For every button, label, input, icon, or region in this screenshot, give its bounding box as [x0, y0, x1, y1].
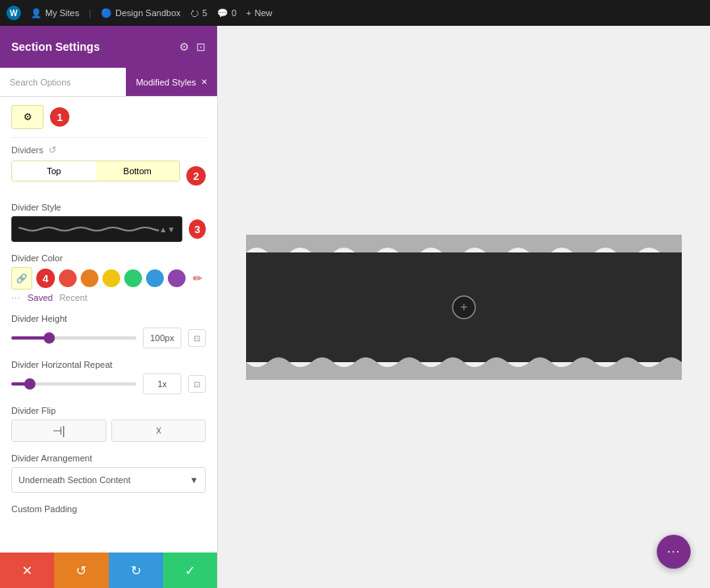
- custom-padding-section: Custom Padding: [11, 504, 206, 514]
- person-icon: 👤: [31, 8, 42, 19]
- divider-style-select[interactable]: ▲▼: [11, 216, 182, 242]
- divider-height-slider-row: 100px ⊡: [11, 327, 206, 348]
- divider-arrangement-select[interactable]: Underneath Section Content ▼: [11, 467, 206, 493]
- canvas-area: + ···: [218, 26, 710, 588]
- color-swatch-orange[interactable]: [81, 269, 98, 287]
- reset-button[interactable]: ↺: [54, 553, 108, 588]
- cancel-icon: ✕: [22, 563, 32, 578]
- custom-padding-label: Custom Padding: [11, 504, 206, 514]
- sep1: |: [89, 8, 91, 18]
- tab-bottom[interactable]: Bottom: [96, 161, 180, 181]
- my-sites-item[interactable]: 👤 My Sites: [31, 8, 79, 19]
- badge-4: 4: [36, 269, 54, 288]
- redo-button[interactable]: ↻: [109, 553, 163, 588]
- my-sites-label: My Sites: [45, 8, 79, 18]
- divider-style-section: Divider Style ▲▼ 3: [11, 202, 206, 242]
- cancel-button[interactable]: ✕: [0, 553, 54, 588]
- divider-horizontal-repeat-value[interactable]: 1x: [143, 373, 182, 394]
- divider-height-unit[interactable]: ⊡: [188, 329, 206, 347]
- flip-vertical-btn[interactable]: ☓: [111, 419, 207, 442]
- redo-icon: ↻: [131, 563, 141, 578]
- expand-icon[interactable]: ⊡: [196, 40, 206, 53]
- dividers-section: Dividers ↺ Top Bottom 2: [11, 144, 206, 191]
- divider-horizontal-repeat-slider-row: 1x ⊡: [11, 373, 206, 394]
- close-modified-icon[interactable]: ✕: [201, 77, 207, 86]
- divider-horizontal-repeat-track[interactable]: [11, 382, 136, 386]
- divider-flip-section: Divider Flip ⊣| ☓: [11, 406, 206, 442]
- color-swatch-purple[interactable]: [168, 269, 186, 287]
- divider-horizontal-repeat-label: Divider Horizontal Repeat: [11, 360, 206, 369]
- fab-icon: ···: [667, 544, 680, 559]
- save-button[interactable]: ✓: [163, 553, 217, 588]
- divider-style-label: Divider Style: [11, 202, 206, 212]
- flip-row: ⊣| ☓: [11, 419, 206, 442]
- divider-height-track[interactable]: [11, 336, 136, 340]
- divider-arrangement-label: Divider Arrangement: [11, 453, 206, 463]
- divider-height-label: Divider Height: [11, 314, 206, 323]
- select-arrow-icon: ▲▼: [159, 225, 175, 234]
- link-icon: 🔗: [16, 273, 27, 284]
- svg-text:+: +: [460, 300, 467, 314]
- reset-icon: ↺: [76, 563, 86, 578]
- recent-link[interactable]: Recent: [59, 293, 87, 302]
- saved-link[interactable]: Saved: [27, 293, 52, 302]
- new-label: New: [254, 8, 272, 18]
- divider-height-thumb[interactable]: [44, 332, 55, 344]
- sidebar: Section Settings ⚙ ⊡ Search Options Modi…: [0, 26, 218, 588]
- divider-flip-label: Divider Flip: [11, 406, 206, 415]
- color-swatch-yellow[interactable]: [102, 269, 120, 287]
- site-icon: 🔵: [101, 8, 112, 19]
- divider-height-value[interactable]: 100px: [143, 327, 182, 348]
- new-icon: +: [246, 8, 251, 18]
- comments-item[interactable]: 💬 0: [217, 8, 236, 19]
- sidebar-title: Section Settings: [11, 40, 100, 53]
- fab-button[interactable]: ···: [657, 535, 691, 569]
- settings-icon-box[interactable]: ⚙: [11, 105, 44, 129]
- save-icon: ✓: [185, 563, 195, 578]
- color-swatch-green[interactable]: [124, 269, 142, 287]
- color-swatch-red[interactable]: [59, 269, 77, 287]
- wp-logo: W: [6, 6, 21, 20]
- settings-icon[interactable]: ⚙: [179, 40, 190, 53]
- flip-horizontal-btn[interactable]: ⊣|: [11, 419, 106, 442]
- divider-line-1: [11, 137, 206, 138]
- divider-horizontal-repeat-thumb[interactable]: [24, 378, 36, 390]
- search-options-label: Search Options: [0, 77, 126, 87]
- wavy-section: +: [246, 235, 682, 380]
- comments-icon: 💬: [217, 8, 228, 19]
- sidebar-content: ⚙ 1 Dividers ↺ Top Bottom 2: [0, 97, 217, 553]
- sidebar-search-bar: Search Options Modified Styles ✕: [0, 68, 217, 97]
- bottom-bar: ✕ ↺ ↻ ✓: [0, 553, 217, 588]
- dividers-label-row: Dividers ↺: [11, 144, 206, 156]
- tab-top[interactable]: Top: [12, 161, 96, 181]
- sidebar-header: Section Settings ⚙ ⊡: [0, 26, 217, 68]
- more-dots[interactable]: ···: [11, 293, 21, 302]
- new-item[interactable]: + New: [246, 8, 272, 18]
- gear-icon: ⚙: [23, 111, 32, 123]
- badge-1: 1: [50, 107, 69, 127]
- divider-arrangement-value: Underneath Section Content: [19, 475, 131, 485]
- dividers-reset-icon[interactable]: ↺: [48, 144, 56, 156]
- design-sandbox-item[interactable]: 🔵 Design Sandbox: [101, 8, 181, 19]
- modified-styles-tab[interactable]: Modified Styles ✕: [126, 68, 217, 96]
- divider-style-preview: [19, 226, 159, 232]
- updates-icon: ⭮: [190, 8, 199, 18]
- icon-box-row-1: ⚙ 1: [11, 105, 206, 129]
- color-swatch-blue[interactable]: [146, 269, 164, 287]
- divider-horizontal-repeat-unit[interactable]: ⊡: [188, 375, 206, 393]
- wavy-svg: +: [246, 235, 682, 380]
- divider-height-section: Divider Height 100px ⊡: [11, 314, 206, 348]
- divider-color-section: Divider Color 🔗 4 ✏ ··· Saved: [11, 253, 206, 302]
- top-bar: W 👤 My Sites | 🔵 Design Sandbox ⭮ 5 💬 0 …: [0, 0, 710, 26]
- color-link-button[interactable]: 🔗: [11, 267, 32, 290]
- divider-color-label: Divider Color: [11, 253, 206, 263]
- badge-2: 2: [186, 166, 206, 186]
- badge-3: 3: [189, 219, 206, 239]
- wp-logo-item[interactable]: W: [6, 6, 21, 20]
- dropdown-arrow-icon: ▼: [190, 475, 198, 485]
- updates-item[interactable]: ⭮ 5: [190, 8, 207, 18]
- pencil-icon[interactable]: ✏: [190, 269, 206, 287]
- design-sandbox-label: Design Sandbox: [115, 8, 181, 18]
- sidebar-header-icons: ⚙ ⊡: [179, 40, 206, 53]
- modified-styles-label: Modified Styles: [136, 77, 196, 87]
